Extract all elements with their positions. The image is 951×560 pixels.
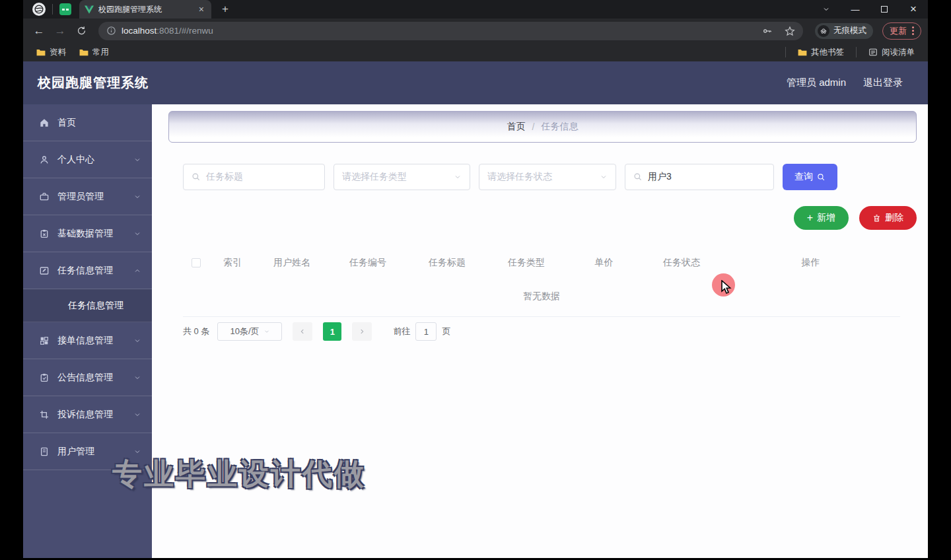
- bookmarks-bar: 资料 常用 其他书签 阅读清单: [23, 43, 928, 61]
- reading-list-button[interactable]: 阅读清单: [863, 45, 920, 60]
- user-search-input[interactable]: 用户3: [625, 164, 774, 190]
- sidebar-item-profile[interactable]: 个人中心: [23, 141, 152, 178]
- app-header: 校园跑腿管理系统 管理员 admin 退出登录: [23, 61, 928, 104]
- bookmark-label: 资料: [50, 47, 66, 58]
- search-icon: [817, 173, 826, 182]
- sidebar-item-label: 任务信息管理: [57, 265, 125, 277]
- task-status-select[interactable]: 请选择任务状态: [479, 164, 616, 190]
- select-all-checkbox[interactable]: [183, 258, 209, 267]
- pagination: 共 0 条 10条/页 1 前往 1 页: [183, 322, 450, 341]
- clipboard-check-icon: [39, 372, 50, 383]
- column-header: 任务状态: [642, 257, 721, 269]
- address-bar[interactable]: localhost:8081/#/renwu: [98, 22, 803, 40]
- divider: [52, 4, 53, 15]
- chrome-chevron-icon[interactable]: [812, 0, 841, 18]
- chevron-down-icon: [264, 328, 270, 335]
- mouse-cursor: [721, 280, 734, 295]
- window-maximize-button[interactable]: [870, 0, 899, 18]
- update-button[interactable]: 更新: [882, 22, 921, 40]
- bookmark-folder[interactable]: 资料: [31, 45, 71, 60]
- sidebar-item-label: 投诉信息管理: [57, 409, 125, 421]
- page-size-value: 10条/页: [230, 326, 259, 337]
- sidebar-item-label: 管理员管理: [57, 191, 125, 203]
- sidebar-item-home[interactable]: 首页: [23, 104, 152, 141]
- window-minimize-button[interactable]: —: [841, 0, 870, 18]
- bookmark-star-icon[interactable]: [785, 26, 795, 36]
- next-page-button[interactable]: [352, 322, 372, 341]
- pagination-total: 共 0 条: [183, 326, 209, 337]
- sidebar-item-task-mgmt[interactable]: 任务信息管理: [23, 252, 152, 289]
- page-number-button[interactable]: 1: [323, 322, 341, 341]
- chevron-down-icon: [133, 411, 141, 419]
- sidebar-item-label: 公告信息管理: [57, 372, 125, 384]
- menu-dots-icon[interactable]: [912, 26, 914, 35]
- tab-strip: 校园跑腿管理系统 × + — ×: [23, 0, 928, 18]
- search-button[interactable]: 查询: [783, 164, 837, 190]
- tab-close-icon[interactable]: ×: [197, 4, 206, 15]
- new-tab-button[interactable]: +: [218, 3, 232, 16]
- sidebar-item-label: 首页: [57, 117, 141, 129]
- delete-button[interactable]: 删除: [859, 206, 917, 230]
- bookmark-label: 其他书签: [811, 47, 844, 58]
- app-title: 校园跑腿管理系统: [38, 74, 149, 92]
- delete-button-label: 删除: [885, 212, 903, 224]
- chevron-up-icon: [133, 267, 141, 275]
- incognito-icon: [818, 25, 829, 37]
- chevron-down-icon: [133, 337, 141, 345]
- column-header: 索引: [209, 257, 256, 269]
- table-header-row: 索引 用户姓名 任务编号 任务标题 任务类型 单价 任务状态 操作: [183, 250, 900, 276]
- select-placeholder: 请选择任务状态: [487, 171, 552, 183]
- sidebar-item-admin-mgmt[interactable]: 管理员管理: [23, 178, 152, 215]
- search-icon: [192, 172, 201, 182]
- divider: [785, 47, 786, 57]
- back-icon[interactable]: ←: [30, 22, 48, 40]
- url-text: localhost:8081/#/renwu: [122, 26, 213, 36]
- extension-icon[interactable]: [59, 3, 71, 15]
- page-size-select[interactable]: 10条/页: [217, 322, 282, 341]
- browser-profile-icon[interactable]: [32, 3, 46, 16]
- sidebar-item-label: 基础数据管理: [57, 228, 125, 240]
- column-header: 任务标题: [407, 257, 487, 269]
- input-value: 用户3: [648, 171, 672, 183]
- chevron-down-icon: [133, 193, 141, 201]
- select-placeholder: 请选择任务类型: [342, 171, 407, 183]
- sidebar-item-order-mgmt[interactable]: 接单信息管理: [23, 322, 152, 359]
- reading-list-label: 阅读清单: [882, 47, 915, 58]
- add-button[interactable]: + 新增: [794, 206, 849, 230]
- crop-icon: [39, 409, 50, 420]
- clipboard-icon: [39, 228, 50, 239]
- key-icon[interactable]: [762, 26, 773, 36]
- prev-page-button[interactable]: [293, 322, 312, 341]
- filter-bar: 任务标题 请选择任务类型 请选择任务状态 用户3: [183, 164, 837, 190]
- goto-page-input[interactable]: 1: [415, 322, 437, 341]
- column-header: 用户姓名: [256, 257, 328, 269]
- bookmark-folder[interactable]: 常用: [74, 45, 114, 60]
- sidebar-item-notice-mgmt[interactable]: 公告信息管理: [23, 359, 152, 396]
- chevron-down-icon: [133, 156, 141, 164]
- sidebar-item-label: 接单信息管理: [57, 335, 125, 347]
- task-title-input[interactable]: 任务标题: [183, 164, 325, 190]
- search-icon: [633, 172, 643, 182]
- vue-favicon: [85, 5, 94, 14]
- other-bookmarks-folder[interactable]: 其他书签: [792, 45, 849, 60]
- breadcrumb-home[interactable]: 首页: [507, 121, 526, 133]
- trash-icon: [872, 214, 881, 223]
- goto-unit-label: 页: [442, 326, 450, 337]
- forward-icon[interactable]: →: [51, 22, 69, 40]
- form-edit-icon: [39, 265, 50, 276]
- sidebar-item-base-data[interactable]: 基础数据管理: [23, 215, 152, 252]
- sidebar-item-complaint-mgmt[interactable]: 投诉信息管理: [23, 396, 152, 433]
- logout-button[interactable]: 退出登录: [863, 77, 903, 89]
- task-type-select[interactable]: 请选择任务类型: [334, 164, 470, 190]
- table-empty-state: 暂无数据: [183, 276, 900, 317]
- breadcrumb-current: 任务信息: [541, 121, 578, 133]
- refresh-icon[interactable]: [72, 22, 90, 40]
- sidebar-subitem-task-info[interactable]: 任务信息管理: [23, 289, 152, 322]
- incognito-label: 无痕模式: [833, 25, 866, 36]
- browser-tab-active[interactable]: 校园跑腿管理系统 ×: [79, 0, 211, 18]
- info-icon[interactable]: [106, 26, 116, 36]
- chevron-down-icon: [600, 173, 608, 181]
- column-header: 操作: [721, 257, 900, 269]
- window-close-button[interactable]: ×: [899, 0, 928, 18]
- data-table: 索引 用户姓名 任务编号 任务标题 任务类型 单价 任务状态 操作 暂无数据: [183, 250, 900, 317]
